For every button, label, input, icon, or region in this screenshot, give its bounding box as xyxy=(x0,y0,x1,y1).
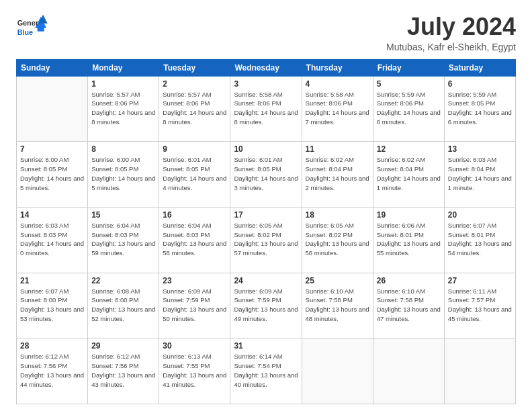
calendar-cell: 17Sunrise: 6:05 AMSunset: 8:02 PMDayligh… xyxy=(230,207,302,273)
day-number: 14 xyxy=(20,210,84,220)
logo: General Blue xyxy=(16,13,50,40)
day-info: Sunrise: 6:09 AMSunset: 7:59 PMDaylight:… xyxy=(163,287,226,324)
calendar-cell xyxy=(17,76,88,142)
day-info: Sunrise: 6:10 AMSunset: 7:58 PMDaylight:… xyxy=(377,287,441,324)
calendar-cell xyxy=(373,338,444,404)
day-number: 13 xyxy=(448,144,512,154)
day-number: 5 xyxy=(377,79,441,89)
day-info: Sunrise: 6:00 AMSunset: 8:05 PMDaylight:… xyxy=(91,155,155,192)
day-number: 1 xyxy=(91,79,155,89)
day-header-thursday: Thursday xyxy=(302,59,373,76)
calendar-cell: 25Sunrise: 6:10 AMSunset: 7:58 PMDayligh… xyxy=(302,273,373,338)
calendar-cell: 14Sunrise: 6:03 AMSunset: 8:03 PMDayligh… xyxy=(17,207,88,273)
calendar-cell xyxy=(302,338,373,404)
day-info: Sunrise: 6:04 AMSunset: 8:03 PMDaylight:… xyxy=(91,221,155,258)
logo-icon: General Blue xyxy=(16,13,50,40)
day-info: Sunrise: 6:12 AMSunset: 7:56 PMDaylight:… xyxy=(91,352,155,389)
day-info: Sunrise: 5:58 AMSunset: 8:06 PMDaylight:… xyxy=(234,90,298,127)
location: Mutubas, Kafr el-Sheikh, Egypt xyxy=(386,42,516,52)
calendar-cell: 21Sunrise: 6:07 AMSunset: 8:00 PMDayligh… xyxy=(17,273,88,338)
day-header-saturday: Saturday xyxy=(444,59,515,76)
week-row-1: 1Sunrise: 5:57 AMSunset: 8:06 PMDaylight… xyxy=(17,76,516,142)
day-number: 16 xyxy=(163,210,226,220)
day-number: 29 xyxy=(91,341,155,351)
day-number: 22 xyxy=(91,276,155,285)
week-row-4: 21Sunrise: 6:07 AMSunset: 8:00 PMDayligh… xyxy=(17,273,516,338)
calendar-cell: 12Sunrise: 6:02 AMSunset: 8:04 PMDayligh… xyxy=(373,142,444,208)
day-number: 8 xyxy=(91,144,155,154)
calendar-cell: 27Sunrise: 6:11 AMSunset: 7:57 PMDayligh… xyxy=(444,273,515,338)
day-info: Sunrise: 6:05 AMSunset: 8:02 PMDaylight:… xyxy=(306,221,369,258)
calendar-cell: 22Sunrise: 6:08 AMSunset: 8:00 PMDayligh… xyxy=(88,273,159,338)
calendar-cell: 7Sunrise: 6:00 AMSunset: 8:05 PMDaylight… xyxy=(17,142,88,208)
day-header-friday: Friday xyxy=(373,59,444,76)
day-number: 3 xyxy=(234,79,298,89)
day-header-monday: Monday xyxy=(88,59,159,76)
calendar-cell: 9Sunrise: 6:01 AMSunset: 8:05 PMDaylight… xyxy=(159,142,230,208)
day-number: 17 xyxy=(234,210,298,220)
day-number: 6 xyxy=(448,79,512,89)
day-number: 19 xyxy=(377,210,441,220)
day-info: Sunrise: 6:10 AMSunset: 7:58 PMDaylight:… xyxy=(306,287,369,324)
day-info: Sunrise: 6:08 AMSunset: 8:00 PMDaylight:… xyxy=(91,287,155,324)
day-info: Sunrise: 5:57 AMSunset: 8:06 PMDaylight:… xyxy=(163,90,226,127)
calendar-cell: 8Sunrise: 6:00 AMSunset: 8:05 PMDaylight… xyxy=(88,142,159,208)
calendar: SundayMondayTuesdayWednesdayThursdayFrid… xyxy=(16,59,516,404)
day-header-tuesday: Tuesday xyxy=(159,59,230,76)
day-number: 25 xyxy=(306,276,369,285)
calendar-cell: 4Sunrise: 5:58 AMSunset: 8:06 PMDaylight… xyxy=(302,76,373,142)
day-number: 11 xyxy=(306,144,369,154)
page: General Blue July 2024 Mutubas, Kafr el-… xyxy=(0,0,532,411)
calendar-cell: 30Sunrise: 6:13 AMSunset: 7:55 PMDayligh… xyxy=(159,338,230,404)
day-info: Sunrise: 6:05 AMSunset: 8:02 PMDaylight:… xyxy=(234,221,298,258)
calendar-cell: 20Sunrise: 6:07 AMSunset: 8:01 PMDayligh… xyxy=(444,207,515,273)
calendar-cell xyxy=(444,338,515,404)
day-number: 15 xyxy=(91,210,155,220)
calendar-cell: 11Sunrise: 6:02 AMSunset: 8:04 PMDayligh… xyxy=(302,142,373,208)
day-info: Sunrise: 6:11 AMSunset: 7:57 PMDaylight:… xyxy=(448,287,512,324)
calendar-cell: 6Sunrise: 5:59 AMSunset: 8:05 PMDaylight… xyxy=(444,76,515,142)
day-number: 10 xyxy=(234,144,298,154)
calendar-cell: 18Sunrise: 6:05 AMSunset: 8:02 PMDayligh… xyxy=(302,207,373,273)
day-number: 4 xyxy=(306,79,369,89)
header-row: SundayMondayTuesdayWednesdayThursdayFrid… xyxy=(17,59,516,76)
day-info: Sunrise: 6:03 AMSunset: 8:04 PMDaylight:… xyxy=(448,155,512,192)
day-number: 7 xyxy=(20,144,84,154)
week-row-5: 28Sunrise: 6:12 AMSunset: 7:56 PMDayligh… xyxy=(17,338,516,404)
day-info: Sunrise: 5:59 AMSunset: 8:06 PMDaylight:… xyxy=(377,90,441,127)
day-info: Sunrise: 6:02 AMSunset: 8:04 PMDaylight:… xyxy=(306,155,369,192)
calendar-cell: 26Sunrise: 6:10 AMSunset: 7:58 PMDayligh… xyxy=(373,273,444,338)
calendar-cell: 15Sunrise: 6:04 AMSunset: 8:03 PMDayligh… xyxy=(88,207,159,273)
calendar-cell: 31Sunrise: 6:14 AMSunset: 7:54 PMDayligh… xyxy=(230,338,302,404)
day-number: 12 xyxy=(377,144,441,154)
day-info: Sunrise: 6:01 AMSunset: 8:05 PMDaylight:… xyxy=(163,155,226,192)
month-title: July 2024 xyxy=(386,13,516,40)
day-number: 18 xyxy=(306,210,369,220)
day-info: Sunrise: 6:09 AMSunset: 7:59 PMDaylight:… xyxy=(234,287,298,324)
day-number: 2 xyxy=(163,79,226,89)
day-header-wednesday: Wednesday xyxy=(230,59,302,76)
calendar-cell: 1Sunrise: 5:57 AMSunset: 8:06 PMDaylight… xyxy=(88,76,159,142)
calendar-cell: 24Sunrise: 6:09 AMSunset: 7:59 PMDayligh… xyxy=(230,273,302,338)
calendar-header: SundayMondayTuesdayWednesdayThursdayFrid… xyxy=(17,59,516,76)
calendar-cell: 5Sunrise: 5:59 AMSunset: 8:06 PMDaylight… xyxy=(373,76,444,142)
day-number: 28 xyxy=(20,341,84,351)
title-area: July 2024 Mutubas, Kafr el-Sheikh, Egypt xyxy=(386,13,516,52)
day-info: Sunrise: 5:57 AMSunset: 8:06 PMDaylight:… xyxy=(91,90,155,127)
day-info: Sunrise: 6:02 AMSunset: 8:04 PMDaylight:… xyxy=(377,155,441,192)
day-number: 26 xyxy=(377,276,441,285)
calendar-cell: 23Sunrise: 6:09 AMSunset: 7:59 PMDayligh… xyxy=(159,273,230,338)
day-header-sunday: Sunday xyxy=(17,59,88,76)
day-info: Sunrise: 6:07 AMSunset: 8:00 PMDaylight:… xyxy=(20,287,84,324)
calendar-cell: 2Sunrise: 5:57 AMSunset: 8:06 PMDaylight… xyxy=(159,76,230,142)
day-info: Sunrise: 6:12 AMSunset: 7:56 PMDaylight:… xyxy=(20,352,84,389)
day-info: Sunrise: 5:58 AMSunset: 8:06 PMDaylight:… xyxy=(306,90,369,127)
calendar-cell: 16Sunrise: 6:04 AMSunset: 8:03 PMDayligh… xyxy=(159,207,230,273)
calendar-cell: 19Sunrise: 6:06 AMSunset: 8:01 PMDayligh… xyxy=(373,207,444,273)
day-info: Sunrise: 6:13 AMSunset: 7:55 PMDaylight:… xyxy=(163,352,226,389)
day-number: 20 xyxy=(448,210,512,220)
day-info: Sunrise: 6:07 AMSunset: 8:01 PMDaylight:… xyxy=(448,221,512,258)
day-info: Sunrise: 6:00 AMSunset: 8:05 PMDaylight:… xyxy=(20,155,84,192)
day-number: 30 xyxy=(163,341,226,351)
day-number: 23 xyxy=(163,276,226,285)
